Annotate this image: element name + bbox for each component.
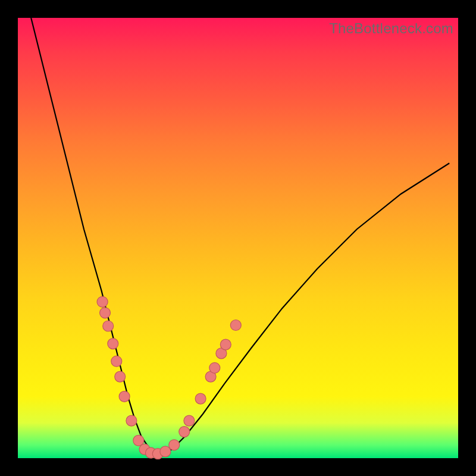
data-point-p6 xyxy=(115,371,126,382)
data-point-p13 xyxy=(160,446,171,457)
data-point-p8 xyxy=(126,415,137,426)
bottleneck-curve-svg xyxy=(18,18,458,458)
data-point-p22 xyxy=(230,320,241,331)
data-point-p21 xyxy=(220,339,231,350)
data-point-p15 xyxy=(179,427,190,437)
bottleneck-curve xyxy=(31,18,449,454)
data-point-p3 xyxy=(103,321,114,331)
data-point-p14 xyxy=(169,440,180,450)
data-point-p16 xyxy=(184,415,195,426)
data-point-p17 xyxy=(195,393,206,404)
data-point-p1 xyxy=(97,296,108,307)
plot-area: TheBottleneck.com xyxy=(18,18,458,458)
data-point-p7 xyxy=(119,391,130,402)
data-point-p4 xyxy=(108,339,118,349)
data-point-p2 xyxy=(100,308,111,318)
chart-frame: TheBottleneck.com xyxy=(0,0,476,476)
data-point-p19 xyxy=(209,362,220,373)
data-point-p5 xyxy=(111,356,122,367)
data-points-group xyxy=(97,296,241,459)
